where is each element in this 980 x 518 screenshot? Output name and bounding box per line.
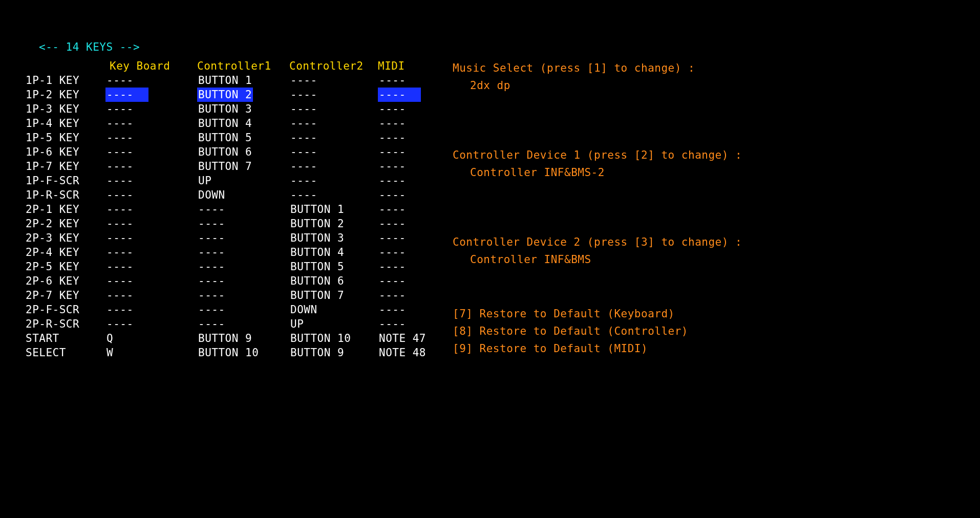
cell-kb[interactable]: ---- bbox=[105, 131, 197, 145]
cell-c1[interactable]: ---- bbox=[197, 317, 289, 331]
table-row[interactable]: 1P-5 KEY----BUTTON 5-------- bbox=[25, 131, 439, 145]
cell-c2[interactable]: BUTTON 4 bbox=[289, 245, 378, 260]
cell-midi[interactable]: ---- bbox=[378, 231, 439, 245]
cell-c1[interactable]: ---- bbox=[197, 288, 289, 303]
cell-kb[interactable]: ---- bbox=[105, 260, 197, 274]
table-row[interactable]: 2P-F-SCR--------DOWN---- bbox=[25, 303, 439, 317]
cell-c1[interactable]: BUTTON 5 bbox=[197, 131, 289, 145]
cell-c1[interactable]: ---- bbox=[197, 217, 289, 231]
table-row[interactable]: 2P-1 KEY--------BUTTON 1---- bbox=[25, 202, 439, 217]
cell-midi[interactable]: ---- bbox=[378, 116, 439, 131]
cell-c1[interactable]: BUTTON 10 bbox=[197, 346, 289, 360]
cell-kb[interactable]: ---- bbox=[105, 288, 197, 303]
cell-kb[interactable]: ---- bbox=[105, 174, 197, 188]
table-row[interactable]: SELECTWBUTTON 10BUTTON 9NOTE 48 bbox=[25, 346, 439, 360]
cell-c2[interactable]: ---- bbox=[289, 188, 378, 202]
cell-c1[interactable]: ---- bbox=[197, 274, 289, 288]
cell-c1[interactable]: BUTTON 4 bbox=[197, 116, 289, 131]
cell-c2[interactable]: ---- bbox=[289, 145, 378, 159]
cell-kb[interactable]: ---- bbox=[105, 202, 197, 217]
music-select-block[interactable]: Music Select (press [1] to change) : 2dx… bbox=[453, 59, 742, 94]
cell-kb[interactable]: W bbox=[105, 346, 197, 360]
cell-c2[interactable]: ---- bbox=[289, 88, 378, 102]
cell-kb[interactable]: Q bbox=[105, 331, 197, 346]
cell-c2[interactable]: ---- bbox=[289, 174, 378, 188]
cell-kb[interactable]: ---- bbox=[105, 102, 197, 116]
cell-c2[interactable]: BUTTON 6 bbox=[289, 274, 378, 288]
table-row[interactable]: 1P-6 KEY----BUTTON 6-------- bbox=[25, 145, 439, 159]
cell-midi[interactable]: ---- bbox=[378, 303, 439, 317]
cell-kb[interactable]: ---- bbox=[105, 274, 197, 288]
controller1-block[interactable]: Controller Device 1 (press [2] to change… bbox=[453, 146, 742, 181]
controller2-block[interactable]: Controller Device 2 (press [3] to change… bbox=[453, 233, 742, 268]
cell-c1[interactable]: BUTTON 1 bbox=[197, 73, 289, 88]
cell-c1[interactable]: BUTTON 7 bbox=[197, 159, 289, 174]
table-row[interactable]: 2P-7 KEY--------BUTTON 7---- bbox=[25, 288, 439, 303]
table-row[interactable]: 1P-3 KEY----BUTTON 3-------- bbox=[25, 102, 439, 116]
cell-midi[interactable]: ---- bbox=[378, 159, 439, 174]
cell-c1[interactable]: BUTTON 6 bbox=[197, 145, 289, 159]
cell-c2[interactable]: BUTTON 3 bbox=[289, 231, 378, 245]
cell-c2[interactable]: ---- bbox=[289, 116, 378, 131]
cell-c2[interactable]: BUTTON 10 bbox=[289, 331, 378, 346]
cell-midi[interactable]: ---- bbox=[378, 217, 439, 231]
cell-midi[interactable]: ---- bbox=[378, 73, 439, 88]
cell-kb[interactable]: ---- bbox=[105, 159, 197, 174]
cell-c1[interactable]: BUTTON 9 bbox=[197, 331, 289, 346]
cell-c2[interactable]: ---- bbox=[289, 73, 378, 88]
table-row[interactable]: 1P-2 KEY----BUTTON 2-------- bbox=[25, 88, 439, 102]
table-row[interactable]: 2P-R-SCR--------UP---- bbox=[25, 317, 439, 331]
cell-kb[interactable]: ---- bbox=[105, 116, 197, 131]
table-row[interactable]: 1P-1 KEY----BUTTON 1-------- bbox=[25, 73, 439, 88]
table-row[interactable]: 2P-6 KEY--------BUTTON 6---- bbox=[25, 274, 439, 288]
cell-c2[interactable]: ---- bbox=[289, 102, 378, 116]
cell-midi[interactable]: ---- bbox=[378, 88, 439, 102]
cell-midi[interactable]: NOTE 48 bbox=[378, 346, 439, 360]
cell-c2[interactable]: BUTTON 9 bbox=[289, 346, 378, 360]
cell-c2[interactable]: BUTTON 2 bbox=[289, 217, 378, 231]
table-row[interactable]: 2P-5 KEY--------BUTTON 5---- bbox=[25, 260, 439, 274]
table-row[interactable]: 2P-4 KEY--------BUTTON 4---- bbox=[25, 245, 439, 260]
cell-kb[interactable]: ---- bbox=[105, 245, 197, 260]
table-row[interactable]: STARTQBUTTON 9BUTTON 10NOTE 47 bbox=[25, 331, 439, 346]
cell-c1[interactable]: ---- bbox=[197, 303, 289, 317]
cell-midi[interactable]: ---- bbox=[378, 174, 439, 188]
cell-c2[interactable]: UP bbox=[289, 317, 378, 331]
cell-kb[interactable]: ---- bbox=[105, 217, 197, 231]
cell-midi[interactable]: ---- bbox=[378, 288, 439, 303]
cell-kb[interactable]: ---- bbox=[105, 145, 197, 159]
cell-midi[interactable]: ---- bbox=[378, 245, 439, 260]
cell-c2[interactable]: DOWN bbox=[289, 303, 378, 317]
cell-c1[interactable]: BUTTON 3 bbox=[197, 102, 289, 116]
cell-c1[interactable]: UP bbox=[197, 174, 289, 188]
cell-c1[interactable]: BUTTON 2 bbox=[197, 88, 289, 102]
cell-midi[interactable]: ---- bbox=[378, 317, 439, 331]
table-row[interactable]: 2P-2 KEY--------BUTTON 2---- bbox=[25, 217, 439, 231]
restore-keyboard[interactable]: [7] Restore to Default (Keyboard) bbox=[453, 305, 742, 322]
cell-midi[interactable]: ---- bbox=[378, 260, 439, 274]
cell-c1[interactable]: ---- bbox=[197, 202, 289, 217]
cell-midi[interactable]: ---- bbox=[378, 274, 439, 288]
cell-midi[interactable]: ---- bbox=[378, 145, 439, 159]
cell-kb[interactable]: ---- bbox=[105, 231, 197, 245]
cell-midi[interactable]: ---- bbox=[378, 131, 439, 145]
cell-kb[interactable]: ---- bbox=[105, 303, 197, 317]
table-row[interactable]: 1P-R-SCR----DOWN-------- bbox=[25, 188, 439, 202]
cell-kb[interactable]: ---- bbox=[105, 88, 197, 102]
cell-c2[interactable]: BUTTON 1 bbox=[289, 202, 378, 217]
cell-c1[interactable]: DOWN bbox=[197, 188, 289, 202]
restore-controller[interactable]: [8] Restore to Default (Controller) bbox=[453, 322, 742, 340]
table-row[interactable]: 2P-3 KEY--------BUTTON 3---- bbox=[25, 231, 439, 245]
cell-midi[interactable]: ---- bbox=[378, 102, 439, 116]
cell-c2[interactable]: ---- bbox=[289, 131, 378, 145]
cell-kb[interactable]: ---- bbox=[105, 188, 197, 202]
cell-c2[interactable]: BUTTON 7 bbox=[289, 288, 378, 303]
cell-midi[interactable]: ---- bbox=[378, 202, 439, 217]
cell-c1[interactable]: ---- bbox=[197, 231, 289, 245]
cell-c1[interactable]: ---- bbox=[197, 260, 289, 274]
restore-midi[interactable]: [9] Restore to Default (MIDI) bbox=[453, 340, 742, 357]
cell-c1[interactable]: ---- bbox=[197, 245, 289, 260]
cell-c2[interactable]: ---- bbox=[289, 159, 378, 174]
cell-kb[interactable]: ---- bbox=[105, 317, 197, 331]
cell-midi[interactable]: NOTE 47 bbox=[378, 331, 439, 346]
